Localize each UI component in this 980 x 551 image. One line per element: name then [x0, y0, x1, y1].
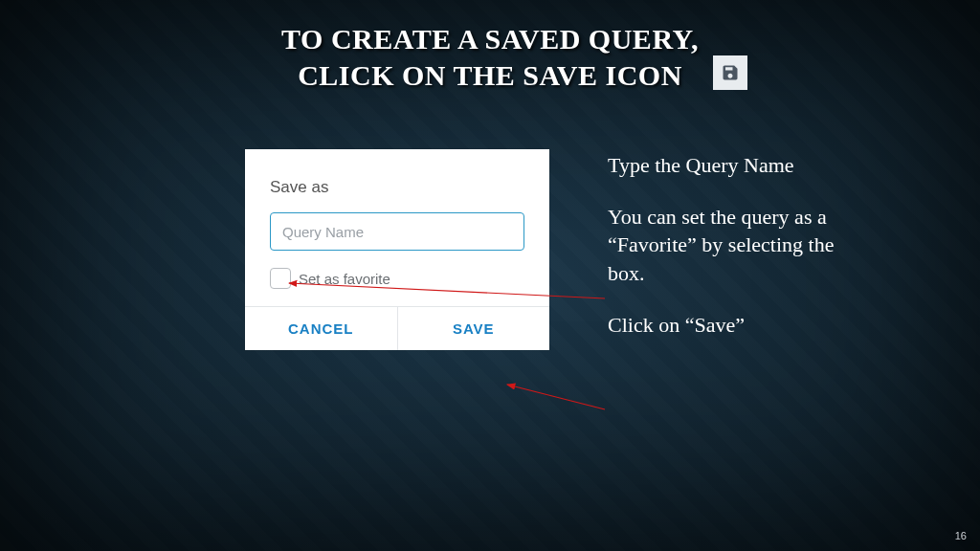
cancel-button[interactable]: CANCEL [245, 307, 397, 350]
slide: TO CREATE A SAVED QUERY, CLICK ON THE SA… [0, 0, 980, 551]
instruction-line-2: You can set the query as a “Favorite” by… [608, 203, 837, 288]
favorite-checkbox[interactable] [270, 268, 291, 289]
title-line-1: TO CREATE A SAVED QUERY, [0, 21, 980, 57]
dialog-body: Save as Set as favorite [245, 149, 549, 306]
favorite-label: Set as favorite [299, 271, 390, 287]
save-as-dialog: Save as Set as favorite CANCEL SAVE [245, 149, 549, 350]
dialog-actions: CANCEL SAVE [245, 306, 549, 350]
save-icon [713, 55, 747, 90]
slide-title: TO CREATE A SAVED QUERY, CLICK ON THE SA… [0, 21, 980, 93]
page-number: 16 [955, 530, 967, 541]
instruction-text: Type the Query Name You can set the quer… [608, 151, 837, 362]
instruction-line-3: Click on “Save” [608, 311, 837, 340]
instruction-line-1: Type the Query Name [608, 151, 837, 180]
query-name-input[interactable] [270, 212, 524, 251]
title-line-2: CLICK ON THE SAVE ICON [0, 57, 980, 94]
arrow-to-save-icon [507, 385, 605, 409]
dialog-heading: Save as [270, 178, 524, 197]
favorite-row: Set as favorite [270, 268, 524, 289]
save-button[interactable]: SAVE [397, 307, 550, 350]
floppy-disk-icon [721, 63, 740, 82]
